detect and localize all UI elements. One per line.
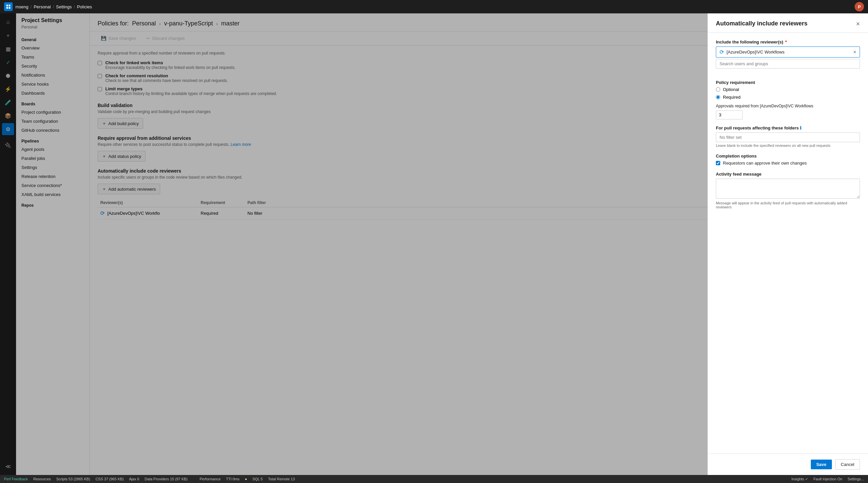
radio-required-input[interactable] (716, 95, 720, 99)
completion-checkbox[interactable] (716, 161, 720, 165)
reviewer-tag-icon: ⟳ (719, 49, 724, 55)
user-avatar[interactable]: P (855, 2, 864, 11)
activity-feed-label: Activity feed message (716, 172, 860, 177)
activity-feed-section: Activity feed message Message will appea… (716, 172, 860, 209)
required-star: * (785, 39, 787, 44)
tti-stat: TTI 0ms (226, 477, 239, 481)
modal-close-button[interactable]: × (856, 21, 860, 27)
reviewer-field-label: Include the following reviewer(s) * (716, 39, 860, 44)
settings-stat[interactable]: Settings... (847, 477, 864, 481)
modal-header: Automatically include reviewers × (708, 13, 868, 33)
radio-required[interactable]: Required (716, 95, 860, 100)
completion-options-label: Completion options (716, 154, 860, 158)
completion-checkbox-label[interactable]: Requestors can approve their own changes (716, 160, 860, 165)
breadcrumb: mseng / Personal / Settings / Policies (16, 4, 92, 9)
modal-cancel-button[interactable]: Cancel (835, 459, 860, 470)
approvals-number-input[interactable] (716, 110, 743, 119)
svg-rect-2 (6, 7, 8, 9)
folder-filter-section: For pull requests affecting these folder… (716, 125, 860, 148)
reviewer-tag-inner: ⟳ [AzureDevOps]\VC Workflows (719, 49, 784, 55)
data-providers-stat: Data Providers 15 (97 KB) (145, 477, 188, 481)
status-bar: Perf Feedback Resources Scripts 53 (2865… (0, 475, 868, 483)
svg-rect-0 (6, 5, 8, 6)
css-stat: CSS 37 (965 KB) (96, 477, 124, 481)
auto-reviewers-modal: Automatically include reviewers × Includ… (708, 13, 868, 475)
resources: Resources (33, 477, 51, 481)
approvals-label: Approvals required from [AzureDevOps]\VC… (716, 104, 860, 109)
policy-requirement-label: Policy requirement (716, 80, 860, 85)
folder-filter-hint: Leave blank to include the specified rev… (716, 144, 860, 148)
app-logo[interactable] (4, 2, 13, 11)
sql-stat: SQL 5 (252, 477, 263, 481)
activity-feed-textarea[interactable] (716, 179, 860, 199)
remove-reviewer-button[interactable]: × (853, 49, 856, 55)
perf-label: Performance (199, 477, 221, 481)
insights-stat: Insights ✓ (792, 477, 808, 481)
radio-optional[interactable]: Optional (716, 87, 860, 92)
tti-dot: ● (245, 477, 247, 481)
modal-footer: Save Cancel (708, 454, 868, 475)
modal-title: Automatically include reviewers (716, 20, 807, 27)
topbar: mseng / Personal / Settings / Policies P (0, 0, 868, 13)
modal-save-button[interactable]: Save (811, 460, 832, 469)
total-remote-stat: Total Remote 13 (268, 477, 295, 481)
perf-feedback[interactable]: Perf Feedback (4, 477, 28, 481)
reviewer-tag: ⟳ [AzureDevOps]\VC Workflows × (716, 47, 860, 58)
policy-requirement-section: Policy requirement Optional Required App… (716, 80, 860, 119)
folder-filter-label: For pull requests affecting these folder… (716, 125, 860, 130)
activity-feed-hint: Message will appear in the activity feed… (716, 201, 860, 209)
radio-optional-input[interactable] (716, 87, 720, 92)
modal-body: Include the following reviewer(s) * ⟳ [A… (708, 33, 868, 454)
reviewer-tag-name: [AzureDevOps]\VC Workflows (726, 50, 784, 55)
fault-injection-stat: Fault Injection On (813, 477, 842, 481)
completion-options-section: Completion options Requestors can approv… (716, 154, 860, 165)
reviewer-picker-section: Include the following reviewer(s) * ⟳ [A… (716, 39, 860, 74)
ajax-stat: Ajax 6 (129, 477, 140, 481)
folder-filter-input[interactable] (716, 132, 860, 142)
topbar-right: P (855, 2, 864, 11)
reviewer-search-input[interactable] (716, 59, 860, 68)
policy-radio-group: Optional Required (716, 87, 860, 100)
svg-rect-3 (9, 7, 10, 9)
modal-overlay: Automatically include reviewers × Includ… (0, 13, 868, 475)
info-icon[interactable]: ℹ (800, 125, 802, 130)
scripts-stat: Scripts 53 (2865 KB) (56, 477, 90, 481)
svg-rect-1 (9, 5, 10, 6)
